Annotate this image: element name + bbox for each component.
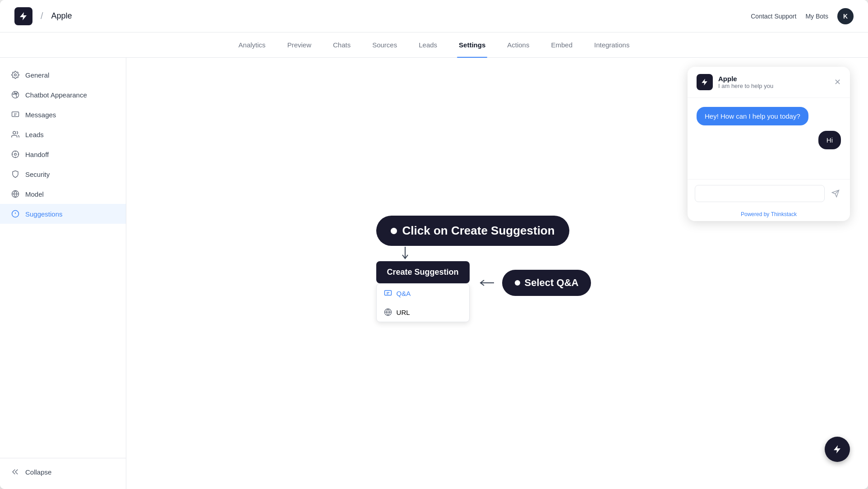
chatbot-close-button[interactable]: ✕ [834,77,841,87]
main-content: Click on Create Suggestion [126,58,868,489]
users-icon [11,130,20,139]
nav-bar: Analytics Preview Chats Sources Leads Se… [0,32,868,58]
nav-item-analytics[interactable]: Analytics [237,32,268,58]
app-name: Apple [51,11,72,21]
chatbot-header: Apple I am here to help you ✕ [688,67,850,98]
svg-point-0 [14,74,17,76]
logo-area: / Apple [14,7,72,25]
contact-support-link[interactable]: Contact Support [751,13,796,20]
diagram: Click on Create Suggestion [367,216,591,322]
nav-item-embed[interactable]: Embed [549,32,574,58]
sidebar-item-handoff-label: Handoff [25,151,49,158]
dropdown-menu: Q&A URL [376,283,470,322]
chatbot-info: Apple I am here to help you [718,75,829,89]
sidebar: General Chatbot Appearance [0,58,126,489]
chatbot-send-button[interactable] [828,186,843,201]
user-message: Hi [818,131,841,149]
message-icon [11,110,20,119]
header-right: Contact Support My Bots K [751,8,854,24]
palette-icon [11,90,20,99]
chatbot-subtitle: I am here to help you [718,83,829,89]
nav-item-sources[interactable]: Sources [370,32,399,58]
suggestions-icon [11,209,20,218]
chatbot-name: Apple [718,75,829,83]
powered-brand: Thinkstack [771,211,797,217]
chatbot-logo [697,74,713,90]
powered-by: Powered by Thinkstack [688,208,850,221]
svg-point-6 [13,131,16,134]
sidebar-item-messages-label: Messages [25,111,56,119]
sidebar-item-security-label: Security [25,171,50,178]
sidebar-item-suggestions[interactable]: Suggestions [0,204,126,224]
sidebar-item-collapse[interactable]: Collapse [0,462,126,482]
svg-point-4 [16,94,17,95]
chatbot-input[interactable] [695,185,825,202]
chatbot-footer [688,179,850,208]
nav-item-settings[interactable]: Settings [457,32,487,58]
create-suggestion-bubble[interactable]: Create Suggestion [376,261,470,283]
sidebar-item-suggestions-label: Suggestions [25,210,63,218]
sidebar-item-security[interactable]: Security [0,164,126,184]
sidebar-item-leads[interactable]: Leads [0,125,126,144]
model-icon [11,189,20,198]
sidebar-item-appearance-label: Chatbot Appearance [25,91,87,99]
qa-icon [384,289,392,297]
my-bots-link[interactable]: My Bots [805,13,828,20]
bot-message: Hey! How can I help you today? [697,107,808,125]
nav-item-integrations[interactable]: Integrations [592,32,631,58]
url-icon [384,308,392,316]
sidebar-item-messages[interactable]: Messages [0,105,126,125]
select-qa-bubble: Select Q&A [502,270,591,296]
nav-item-actions[interactable]: Actions [505,32,531,58]
handoff-icon [11,150,20,159]
nav-item-leads[interactable]: Leads [417,32,439,58]
sidebar-item-leads-label: Leads [25,131,44,138]
floating-chatbot-button[interactable] [825,437,850,462]
dropdown-item-qa[interactable]: Q&A [377,284,469,303]
app-logo[interactable] [14,7,32,25]
sidebar-item-model-label: Model [25,190,44,198]
sidebar-item-collapse-label: Collapse [25,468,51,476]
user-avatar[interactable]: K [837,8,854,24]
svg-point-8 [14,153,17,156]
gear-icon [11,70,20,79]
sidebar-item-appearance[interactable]: Chatbot Appearance [0,85,126,105]
sidebar-item-general-label: General [25,71,49,79]
sidebar-item-model[interactable]: Model [0,184,126,204]
nav-item-chats[interactable]: Chats [331,32,352,58]
body: General Chatbot Appearance [0,58,868,489]
header: / Apple Contact Support My Bots K [0,0,868,32]
dropdown-item-url[interactable]: URL [377,303,469,322]
qa-bubble-dot [515,280,520,286]
sidebar-bottom: Collapse [0,458,126,482]
nav-item-preview[interactable]: Preview [286,32,313,58]
bubble-dot [391,228,397,234]
chatbot-body: Hey! How can I help you today? Hi [688,98,850,179]
sidebar-item-general[interactable]: General [0,65,126,85]
collapse-icon [11,467,20,476]
arrow-down-icon [400,247,411,260]
chatbot-widget: Apple I am here to help you ✕ Hey! How c… [688,67,850,221]
shield-icon [11,170,20,179]
click-create-suggestion-bubble: Click on Create Suggestion [376,216,569,246]
sidebar-item-handoff[interactable]: Handoff [0,144,126,164]
breadcrumb-separator: / [41,11,43,21]
arrow-left-icon [477,277,495,288]
